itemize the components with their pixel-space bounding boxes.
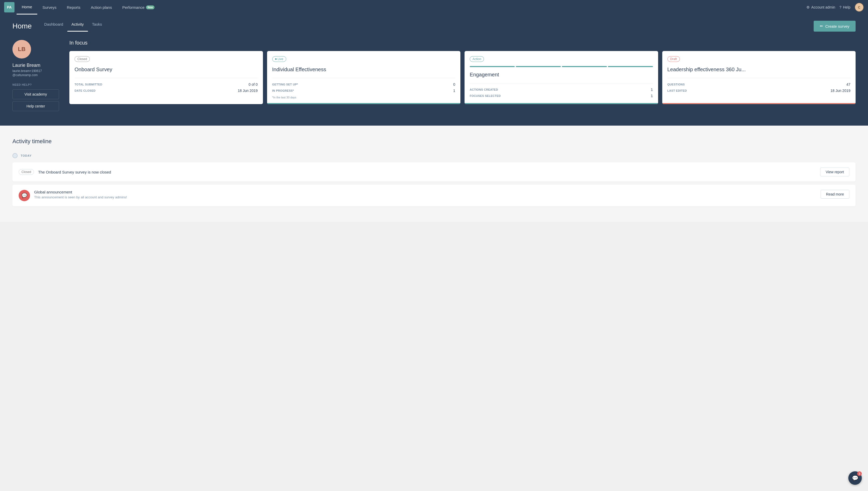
stat-label: DATE CLOSED: [74, 89, 95, 92]
tab-activity[interactable]: Activity: [67, 21, 88, 32]
progress-seg-2: [516, 66, 561, 67]
card-bottom-bar: [267, 103, 461, 104]
header-title-group: Home Dashboard Activity Tasks: [12, 21, 106, 32]
timeline-dot: [12, 153, 18, 158]
card-bottom-bar: [465, 103, 658, 104]
card-bottom-bar: [662, 103, 856, 104]
in-focus-title: In focus: [69, 40, 856, 46]
profile-email: laurie.bream+190617: [12, 69, 42, 73]
stat-value: 0: [453, 82, 455, 86]
progress-seg-4: [608, 66, 653, 67]
card-title-effectiveness: Individual Effectiveness: [272, 66, 456, 73]
tab-dashboard[interactable]: Dashboard: [40, 21, 67, 32]
pencil-icon: ✏: [820, 24, 823, 28]
nav-item-surveys[interactable]: Surveys: [37, 0, 62, 15]
live-dot: [275, 58, 277, 60]
header-row: Home Dashboard Activity Tasks ✏ Create s…: [12, 21, 856, 32]
timeline-day-label: TODAY: [12, 153, 856, 158]
card-status-live: Live: [272, 56, 286, 62]
stat-row-focuses-selected: FOCUSES SELECTED 1: [470, 93, 653, 99]
stat-row-getting-set-up: GETTING SET UP* 0: [272, 81, 456, 88]
card-status-closed: Closed: [74, 56, 90, 62]
header-tabs: Dashboard Activity Tasks: [40, 21, 106, 32]
nav-right: ⚙ Account admin ? Help C: [806, 3, 864, 12]
nav-item-reports[interactable]: Reports: [62, 0, 86, 15]
activity-timeline-title: Activity timeline: [12, 138, 856, 145]
timeline-item-survey-closed: Closed The Onboard Survey survey is now …: [12, 162, 856, 181]
stat-row-total-submitted: TOTAL SUBMITTED 0 of 0: [74, 81, 258, 88]
card-status-draft: Draft: [668, 56, 680, 62]
main-content: Activity timeline TODAY Closed The Onboa…: [0, 125, 868, 222]
nav-item-performance[interactable]: Performance New: [117, 0, 159, 15]
timeline-day-text: TODAY: [21, 154, 32, 157]
user-avatar[interactable]: C: [855, 3, 864, 12]
stat-value: 1: [651, 94, 653, 98]
create-survey-label: Create survey: [825, 24, 849, 28]
profile-domain: @cultureamp.com: [12, 73, 38, 77]
hero-content: LB Laurie Bream laurie.bream+190617 @cul…: [12, 40, 856, 113]
stat-value: 18 Jun 2019: [238, 89, 257, 93]
user-profile: LB Laurie Bream laurie.bream+190617 @cul…: [12, 40, 59, 113]
card-title-leadership: Leadership effectiveness 360 Ju...: [668, 66, 851, 73]
progress-seg-3: [562, 66, 607, 67]
card-title-onboard: Onboard Survey: [74, 66, 258, 73]
timeline: TODAY Closed The Onboard Survey survey i…: [12, 153, 856, 206]
in-focus-section: In focus Closed Onboard Survey TOTAL SUB…: [69, 40, 856, 113]
profile-avatar: LB: [12, 40, 31, 59]
timeline-item-announcement: 💬 Global announcement This announcement …: [12, 185, 856, 206]
create-survey-button[interactable]: ✏ Create survey: [814, 21, 856, 32]
logo: PA: [4, 2, 14, 12]
page-title: Home: [12, 22, 32, 30]
need-help-label: NEED HELP?: [12, 83, 32, 86]
stat-label: ACTIONS CREATED: [470, 88, 498, 91]
card-status-action: Action: [470, 56, 484, 62]
announcement-body: Global announcement This announcement is…: [34, 190, 816, 199]
stat-value: 1: [453, 89, 455, 93]
progress-bars: [470, 66, 653, 67]
header-section: Home Dashboard Activity Tasks ✏ Create s…: [0, 15, 868, 32]
timeline-card-text: The Onboard Survey survey is now closed: [38, 170, 111, 174]
announcement-title: Global announcement: [34, 190, 816, 194]
account-admin-link[interactable]: ⚙ Account admin: [806, 5, 835, 9]
survey-card-engagement[interactable]: Action Engagement ACTIONS CREATED 1: [465, 51, 658, 104]
hero-section: LB Laurie Bream laurie.bream+190617 @cul…: [0, 32, 868, 125]
visit-academy-button[interactable]: Visit academy: [12, 89, 59, 99]
help-center-button[interactable]: Help center: [12, 101, 59, 111]
stat-label: TOTAL SUBMITTED: [74, 83, 102, 86]
survey-card-leadership[interactable]: Draft Leadership effectiveness 360 Ju...…: [662, 51, 856, 104]
stat-row-questions: QUESTIONS 47: [668, 81, 851, 88]
stat-label: QUESTIONS: [668, 83, 685, 86]
account-admin-label: Account admin: [811, 5, 835, 9]
tab-tasks[interactable]: Tasks: [88, 21, 106, 32]
stat-value: 0 of 0: [248, 82, 257, 86]
progress-seg-1: [470, 66, 515, 67]
timeline-badge-closed: Closed: [19, 169, 34, 175]
stat-label: IN PROGRESS*: [272, 89, 294, 92]
stat-label: GETTING SET UP*: [272, 83, 298, 86]
stat-row-date-closed: DATE CLOSED 18 Jun 2019: [74, 88, 258, 94]
gear-icon: ⚙: [806, 5, 810, 9]
stat-label: LAST EDITED: [668, 89, 687, 92]
nav-item-action-plans[interactable]: Action plans: [86, 0, 117, 15]
profile-name: Laurie Bream: [12, 63, 40, 68]
read-more-button[interactable]: Read more: [820, 190, 849, 199]
survey-card-effectiveness[interactable]: Live Individual Effectiveness GETTING SE…: [267, 51, 461, 104]
stat-label: FOCUSES SELECTED: [470, 94, 501, 97]
card-footnote: *In the last 30 days: [272, 96, 456, 99]
nav-item-home[interactable]: Home: [17, 0, 37, 15]
stat-row-last-edited: LAST EDITED 18 Jun 2019: [668, 88, 851, 94]
help-label: Help: [843, 5, 850, 9]
survey-card-onboard[interactable]: Closed Onboard Survey TOTAL SUBMITTED 0 …: [69, 51, 263, 104]
announcement-subtitle: This announcement is seen by all account…: [34, 195, 816, 199]
help-link[interactable]: ? Help: [839, 5, 850, 9]
stat-value: 18 Jun 2019: [831, 89, 850, 93]
question-icon: ?: [839, 5, 841, 9]
navigation: PA Home Surveys Reports Action plans Per…: [0, 0, 868, 15]
stat-value: 1: [651, 88, 653, 92]
timeline-card-left: Closed The Onboard Survey survey is now …: [19, 169, 111, 175]
card-title-engagement: Engagement: [470, 71, 653, 78]
announcement-icon: 💬: [19, 190, 30, 201]
view-report-button[interactable]: View report: [820, 168, 849, 176]
stat-row-actions-created: ACTIONS CREATED 1: [470, 86, 653, 93]
performance-badge: New: [146, 5, 155, 9]
